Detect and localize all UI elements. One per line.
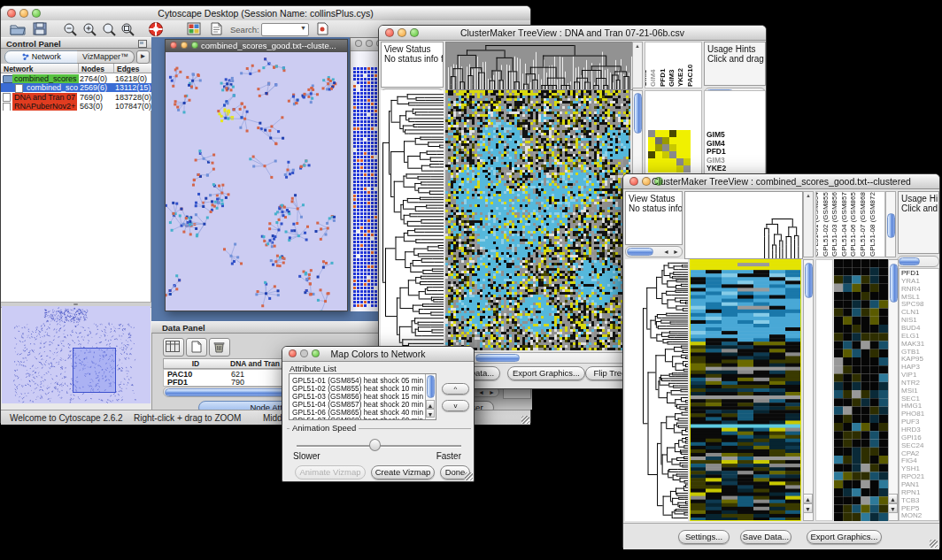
save-icon[interactable]	[33, 22, 47, 35]
attribute-list-vscrollbar[interactable]: ▲▼	[425, 374, 436, 419]
search-input[interactable]: ▼	[261, 23, 309, 36]
tv2-row-dendrogram[interactable]	[625, 259, 688, 521]
zoom-fit-icon[interactable]	[120, 22, 135, 36]
tv1-row-dendrogram[interactable]	[381, 90, 444, 350]
attribute-item[interactable]: GPL51-07 (GSM868) heat shock 60 min	[292, 416, 423, 421]
tv2-labels-hscrollbar[interactable]	[897, 256, 939, 267]
tv2-column-labels-vscrollbar[interactable]	[885, 191, 896, 257]
delete-attribute-trash-icon[interactable]	[209, 338, 230, 357]
slider-thumb[interactable]	[369, 439, 381, 451]
new-attribute-icon[interactable]	[186, 338, 207, 357]
tv2-column-label[interactable]: GPL51-01 (GSM854)	[815, 191, 820, 257]
tv2-secondary-vscrollbar[interactable]: ▲▼	[888, 259, 899, 521]
tv2-secondary-heatmap[interactable]	[834, 259, 888, 521]
tv1-column-label[interactable]: GIM3	[668, 69, 676, 87]
matrix-cell	[683, 151, 691, 158]
network-row[interactable]: combined_scores2764(0)16218(0)	[1, 73, 151, 83]
tv2-export-graphics-button[interactable]: Export Graphics...	[807, 530, 882, 544]
treeview2-titlebar[interactable]: ClusterMaker TreeView : combined_scores_…	[623, 174, 939, 189]
tv1-column-label[interactable]: GIM4	[649, 69, 657, 87]
edit-page-icon[interactable]	[210, 22, 223, 35]
resize-grip[interactable]	[930, 540, 938, 548]
data-column-id[interactable]: ID	[163, 358, 228, 369]
tv1-export-graphics-button[interactable]: Export Graphics...	[507, 366, 585, 380]
tv2-heatmap-vscrollbar[interactable]: ▲▼	[803, 259, 814, 521]
control-panel-tabs: Network VizMapper™ ►	[1, 49, 151, 65]
vizmapper-grid-icon[interactable]	[187, 22, 201, 35]
tv1-heatmap[interactable]	[445, 90, 630, 350]
tv1-column-dendrogram[interactable]	[445, 42, 633, 90]
animate-vizmap-button[interactable]: Animate Vizmap	[295, 465, 366, 479]
network-name[interactable]: combined_sco	[25, 83, 80, 92]
network-window-1-title: combined_scores_good.txt--cluste...	[201, 41, 336, 50]
zoom-in-icon[interactable]	[82, 22, 97, 36]
attribute-table-icon[interactable]	[163, 338, 184, 357]
network-canvas-1[interactable]	[166, 52, 347, 311]
file-icon	[3, 103, 11, 111]
tv1-row-label[interactable]: YKE2	[706, 164, 726, 173]
tv2-settings-button[interactable]: Settings...	[678, 530, 730, 544]
tab-network[interactable]: Network	[4, 50, 79, 64]
tv2-heatmap[interactable]	[690, 259, 801, 521]
resize-grip[interactable]	[465, 472, 473, 480]
close-button[interactable]	[7, 9, 16, 18]
tv2-column-label[interactable]: GPL51-02 (GSM855)	[822, 191, 830, 257]
tv1-column-label[interactable]: PAC10	[686, 65, 694, 87]
tv1-top-scroll-strip[interactable]: ▲	[632, 42, 643, 88]
tv1-column-label[interactable]: GIM5	[645, 69, 648, 87]
network-name[interactable]: DNA and Tran 07	[12, 93, 77, 102]
float-panel-icon[interactable]	[138, 40, 147, 48]
network-row[interactable]: RNAPuberNov2+563(0)107847(0)	[1, 102, 151, 111]
tv1-row-label[interactable]: PFD1	[706, 147, 726, 156]
tv2-column-dendrogram[interactable]	[684, 191, 803, 259]
tab-overflow-arrow[interactable]: ►	[136, 50, 150, 64]
network-edges: 16218(0)	[115, 74, 147, 83]
network-window-1-titlebar[interactable]: combined_scores_good.txt--cluste...	[166, 40, 347, 53]
main-title-bar[interactable]: Cytoscape Desktop (Session Name: collins…	[1, 6, 530, 21]
tv2-column-label[interactable]: GPL51-04 (GSM857)	[840, 191, 848, 257]
close-button[interactable]	[629, 177, 638, 186]
close-button[interactable]	[289, 349, 297, 357]
network-row[interactable]: combined_sco2569(6)13112(15)	[1, 83, 151, 93]
treeview2-window: ClusterMaker TreeView : combined_scores_…	[622, 173, 940, 548]
tv2-view-status-hscrollbar[interactable]: ◄►	[625, 246, 683, 257]
matrix-cell	[648, 137, 655, 144]
tv1-row-label[interactable]: GIM3	[706, 156, 725, 165]
close-button[interactable]	[385, 28, 394, 37]
tv2-column-label[interactable]: GPL51-03 (GSM856)	[830, 191, 838, 257]
tv1-row-label[interactable]: GIM4	[706, 139, 725, 148]
network-name[interactable]: RNAPuberNov2+	[12, 102, 77, 111]
zoom-selected-icon[interactable]	[102, 22, 117, 36]
open-file-icon[interactable]	[10, 22, 26, 35]
tv1-row-label[interactable]: GIM5	[706, 130, 725, 139]
network-name[interactable]: combined_scores	[12, 74, 79, 83]
annotation-page-icon[interactable]	[316, 22, 329, 35]
help-lifesaver-icon[interactable]	[148, 21, 164, 37]
tv2-column-label[interactable]: GPL51-06 (GSM865)	[849, 191, 857, 257]
resize-grip[interactable]	[521, 416, 529, 424]
gene-label[interactable]: MON2	[901, 512, 922, 520]
column-edges[interactable]: Edges	[114, 64, 151, 73]
zoom-out-icon[interactable]	[63, 22, 78, 36]
treeview1-titlebar[interactable]: ClusterMaker TreeView : DNA and Tran 07-…	[379, 26, 766, 41]
tv1-column-label[interactable]: YKE2	[676, 68, 684, 87]
data-row-value[interactable]: 790	[231, 378, 244, 387]
matrix-cell	[676, 165, 683, 173]
tv2-save-data-button[interactable]: Save Data...	[740, 530, 791, 544]
data-row-id[interactable]: PFD1	[167, 378, 188, 387]
tv1-column-label[interactable]: PFD1	[659, 69, 667, 87]
create-vizmap-button[interactable]: Create Vizmap	[371, 465, 435, 479]
tv2-column-label[interactable]: GPL51-07 (GSM868)	[859, 191, 867, 257]
move-up-button[interactable]: ^	[442, 383, 469, 395]
tab-vizmapper[interactable]: VizMapper™	[77, 50, 135, 64]
column-nodes[interactable]: Nodes	[79, 64, 114, 73]
tv2-column-label[interactable]: GPL51-08 (GSM872)	[869, 191, 876, 257]
dialog-titlebar[interactable]: Map Colors to Network	[282, 347, 474, 362]
network-overview-canvas[interactable]	[2, 306, 151, 403]
matrix-cell	[655, 144, 662, 151]
tv2-top-scroll-strip[interactable]: ▲	[803, 191, 814, 257]
network-row[interactable]: DNA and Tran 07769(0)183728(0)	[1, 92, 151, 102]
move-down-button[interactable]: v	[442, 400, 469, 411]
column-network[interactable]: Network	[1, 64, 79, 73]
attribute-listbox[interactable]: GPL51-01 (GSM854) heat shock 05 minGPL51…	[289, 373, 436, 420]
